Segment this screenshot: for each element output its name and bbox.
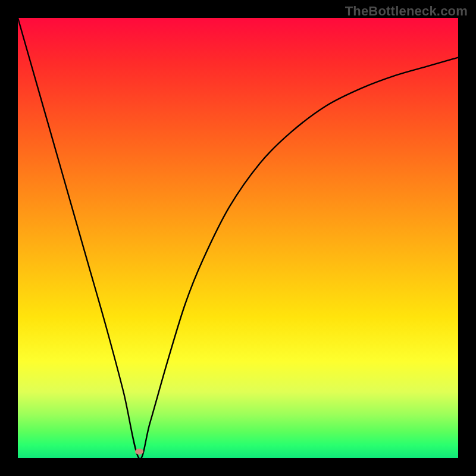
chart-frame: TheBottleneck.com bbox=[0, 0, 476, 476]
watermark-text: TheBottleneck.com bbox=[345, 4, 468, 19]
bottleneck-curve bbox=[18, 18, 458, 458]
optimal-point-marker bbox=[135, 449, 143, 455]
plot-area bbox=[18, 18, 458, 458]
